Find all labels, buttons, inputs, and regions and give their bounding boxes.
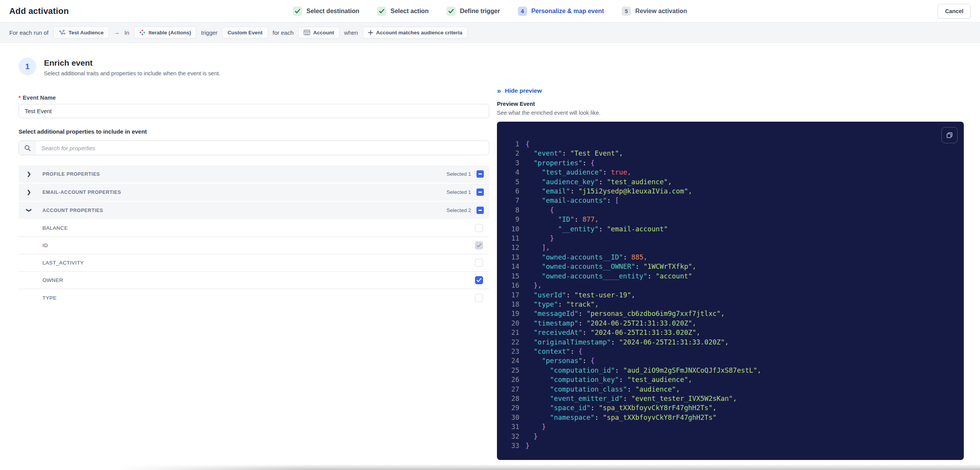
step-select-destination[interactable]: Select destination [293,7,359,16]
iterable-icon [139,29,145,36]
section-header: 1 Enrich event Select additional traits … [19,58,489,76]
code-text: "ID": 877, [525,215,599,224]
code-line: 2 "event": "Test Event", [509,149,953,158]
code-text: "personas": { [525,356,595,365]
group-header-email-account-properties[interactable]: ❯EMAIL-ACCOUNT PROPERTIESSelected 1 [19,183,489,201]
code-text: "computation_class": "audience", [525,385,680,394]
property-row-balance[interactable]: BALANCE [19,220,489,237]
step-number-badge: 4 [518,7,527,16]
step-label: Select action [390,8,429,15]
topbar: Add activation Select destinationSelect … [0,0,980,22]
property-label: OWNER [42,277,63,283]
step-select-action[interactable]: Select action [377,7,429,16]
pill-iterable-actions[interactable]: Iterable (Actions) [134,26,196,39]
group-checkbox[interactable] [476,207,484,214]
group-label: ACCOUNT PROPERTIES [42,208,103,213]
code-line: 17 "userId": "test-user-19", [509,290,953,300]
line-number: 30 [509,413,519,422]
property-checkbox[interactable] [475,224,483,232]
code-line: 31 } [509,422,953,431]
chevron-right-icon: ❯ [26,171,32,177]
code-text: } [525,234,554,243]
code-text: "properties": { [525,158,595,168]
properties-accordion: ❯PROFILE PROPERTIESSelected 1❯EMAIL-ACCO… [19,165,489,307]
audience-icon [59,29,66,36]
step-review-activation[interactable]: 5Review activation [622,7,687,16]
stepper: Select destinationSelect actionDefine tr… [293,7,687,16]
property-row-id[interactable]: ID [19,237,489,255]
code-line: 5 "audience_key": "test_audience", [509,177,953,187]
code-line: 1{ [509,139,953,149]
line-number: 26 [509,375,519,384]
step-personalize-map-event[interactable]: 4Personalize & map event [518,7,604,16]
event-name-label: *Event Name [19,94,489,101]
property-row-last-activity[interactable]: LAST_ACTIVITY [19,255,489,272]
pill-test-audience[interactable]: Test Audience [53,26,109,39]
arrow-icon: → [114,29,120,36]
code-line: 26 "computation_key": "test_audience", [509,375,953,384]
property-row-owner[interactable]: OWNER [19,272,489,289]
pill-label: Test Audience [69,30,104,36]
group-checkbox[interactable] [476,188,484,196]
property-row-type[interactable]: TYPE [19,289,489,307]
line-number: 14 [509,262,519,271]
event-name-input[interactable] [19,104,489,118]
property-label: TYPE [42,295,57,301]
property-label: BALANCE [42,225,68,231]
step-define-trigger[interactable]: Define trigger [446,7,500,16]
code-line: 14 "owned-accounts__OWNER": "1WCWrTXfkp"… [509,262,953,271]
line-number: 15 [509,271,519,281]
line-number: 4 [509,168,519,177]
code-line: 21 "receivedAt": "2024-06-25T21:31:33.02… [509,328,953,337]
line-number: 27 [509,385,519,394]
code-line: 8 { [509,205,953,215]
group-checkbox[interactable] [476,170,484,178]
line-number: 13 [509,253,519,262]
line-number: 7 [509,196,519,205]
line-number: 20 [509,319,519,328]
code-text: "email-accounts": [ [525,196,619,205]
pill-account-matches-audience-criteria[interactable]: Account matches audience criteria [363,27,468,39]
code-text: "receivedAt": "2024-06-25T21:31:33.020Z"… [525,328,700,337]
chevron-down-icon: ❯ [26,208,32,213]
code-line: 32 } [509,432,953,441]
pill-label: Custom Event [228,30,263,36]
cancel-button[interactable]: Cancel [938,4,971,19]
step-label: Review activation [635,8,687,15]
line-number: 33 [509,441,519,450]
code-text: "__entity": "email-account" [525,224,668,234]
group-header-right: Selected 2 [446,207,484,214]
code-text: "owned-accounts__ID": 885, [525,253,647,262]
code-text: "userId": "test-user-19", [525,290,635,300]
search-input[interactable] [36,141,489,155]
pill-label: Iterable (Actions) [149,30,191,36]
check-icon [293,7,302,16]
code-line: 28 "event_emitter_id": "event_tester_IVX… [509,394,953,403]
property-checkbox[interactable] [475,294,483,302]
code-text: "owned-accounts__OWNER": "1WCWrTXfkp", [525,262,696,271]
property-checkbox[interactable] [475,259,483,267]
code-text: "email": "j15i2ysedp@k1euxaIVia.com", [525,187,692,196]
step-number-badge: 5 [622,7,631,16]
code-line: 11 } [509,234,953,243]
pill-custom-event[interactable]: Custom Event [222,27,268,39]
add-activation-page: Add activation Select destinationSelect … [0,0,980,470]
page-title: Add activation [9,6,69,16]
pill-account[interactable]: Account [298,27,340,39]
code-text: "audience_key": "test_audience", [525,177,672,187]
line-number: 6 [509,187,519,196]
code-line: 25 "computation_id": "aud_2iO9m2gSFmJNXC… [509,366,953,375]
line-number: 17 [509,290,519,300]
code-line: 22 "originalTimestamp": "2024-06-25T21:3… [509,338,953,347]
line-number: 21 [509,328,519,337]
preview-title: Preview Event [497,101,964,107]
hide-preview-link[interactable]: »Hide preview [497,87,542,94]
copy-button[interactable] [941,127,958,143]
group-header-account-properties[interactable]: ❯ACCOUNT PROPERTIESSelected 2 [19,202,489,219]
line-number: 10 [509,224,519,234]
line-number: 18 [509,300,519,309]
group-header-profile-properties[interactable]: ❯PROFILE PROPERTIESSelected 1 [19,165,489,183]
code-text: }, [525,281,542,290]
property-checkbox[interactable] [475,276,483,284]
line-number: 9 [509,215,519,224]
